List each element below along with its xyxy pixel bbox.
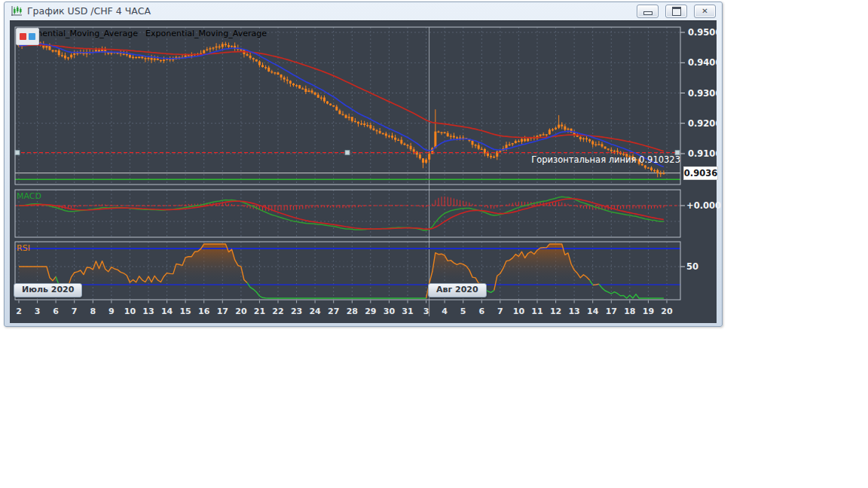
- chart-canvas[interactable]: 2367891013141516172021222324272829303134…: [10, 21, 717, 323]
- svg-text:5: 5: [460, 307, 466, 316]
- svg-text:4: 4: [442, 307, 448, 316]
- rsi-axis-label: 50: [686, 261, 698, 272]
- month-label-august: Авг 2020: [428, 283, 487, 297]
- svg-text:23: 23: [291, 307, 302, 316]
- rsi-panel-label: RSI: [17, 243, 30, 253]
- svg-text:9: 9: [108, 307, 115, 316]
- month-label-july: Июль 2020: [14, 283, 82, 297]
- macd-panel-label: MACD: [17, 191, 41, 201]
- minimize-button[interactable]: [637, 5, 659, 18]
- svg-text:0.9400: 0.9400: [688, 57, 717, 68]
- svg-text:19: 19: [643, 307, 654, 316]
- window-title: График USD /CHF 4 ЧАСА: [27, 5, 151, 17]
- titlebar[interactable]: График USD /CHF 4 ЧАСА ✕: [5, 2, 722, 20]
- svg-text:18: 18: [624, 307, 635, 316]
- svg-text:20: 20: [235, 307, 247, 316]
- svg-text:0.9300: 0.9300: [688, 88, 717, 99]
- svg-text:20: 20: [661, 307, 673, 316]
- maximize-button[interactable]: [665, 5, 687, 18]
- svg-text:21: 21: [254, 307, 265, 316]
- object-buttons-chip[interactable]: [16, 28, 39, 45]
- horizontal-line-annotation[interactable]: Горизонтальная линия 0.910323: [531, 154, 680, 165]
- maximize-icon: [672, 7, 681, 16]
- legend-ema-red-label: Exponential_Moving_Average: [145, 29, 267, 38]
- chart-window: График USD /CHF 4 ЧАСА ✕ 236789101314151…: [4, 2, 723, 327]
- macd-axis-label: +0.000: [686, 200, 721, 211]
- current-price-badge: 0.9036: [683, 166, 718, 180]
- svg-text:7: 7: [497, 307, 503, 316]
- close-button[interactable]: ✕: [694, 5, 716, 18]
- svg-text:0.9100: 0.9100: [688, 148, 717, 159]
- svg-text:6: 6: [478, 307, 484, 316]
- chart-app-icon: [11, 5, 23, 17]
- red-square-icon[interactable]: [20, 33, 26, 40]
- svg-text:15: 15: [179, 307, 191, 316]
- svg-text:30: 30: [384, 307, 396, 316]
- svg-text:29: 29: [365, 307, 376, 316]
- minimize-icon: [643, 11, 653, 15]
- svg-text:17: 17: [606, 307, 617, 316]
- svg-text:13: 13: [568, 307, 579, 316]
- svg-text:16: 16: [198, 307, 210, 316]
- svg-text:10: 10: [513, 307, 525, 316]
- svg-text:27: 27: [328, 307, 339, 316]
- svg-text:24: 24: [309, 307, 321, 316]
- svg-text:22: 22: [272, 307, 283, 316]
- svg-text:14: 14: [161, 307, 173, 316]
- chart-client-area: 2367891013141516172021222324272829303134…: [10, 20, 717, 323]
- svg-text:28: 28: [347, 307, 358, 316]
- svg-text:7: 7: [72, 307, 78, 316]
- svg-text:17: 17: [217, 307, 228, 316]
- svg-text:8: 8: [90, 307, 96, 316]
- svg-text:14: 14: [587, 307, 599, 316]
- svg-text:3: 3: [35, 307, 41, 316]
- svg-text:13: 13: [142, 307, 154, 316]
- svg-text:31: 31: [402, 307, 413, 316]
- svg-text:2: 2: [16, 307, 22, 316]
- svg-text:12: 12: [550, 307, 561, 316]
- svg-text:0.9500: 0.9500: [688, 27, 717, 38]
- desktop: { "window": { "title": "График USD /CHF …: [0, 0, 868, 488]
- svg-text:3: 3: [423, 307, 429, 316]
- svg-text:6: 6: [53, 307, 59, 316]
- close-icon: ✕: [701, 8, 708, 15]
- svg-text:0.9200: 0.9200: [688, 118, 717, 129]
- svg-text:10: 10: [124, 307, 136, 316]
- blue-square-icon[interactable]: [29, 33, 35, 40]
- svg-text:11: 11: [531, 307, 542, 316]
